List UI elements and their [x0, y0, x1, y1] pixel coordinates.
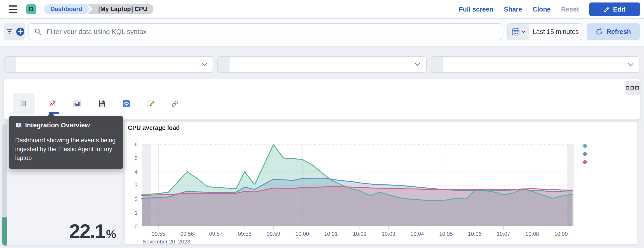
link-icon: [171, 100, 179, 107]
hamburger-menu-icon[interactable]: [8, 6, 18, 13]
svg-text:09:59: 09:59: [267, 231, 280, 237]
header-actions: Full screen Share Clone Reset Edit: [459, 0, 640, 19]
tab-integration-overview[interactable]: [13, 93, 34, 115]
svg-text:10:06: 10:06: [468, 231, 482, 237]
panel-options-button[interactable]: [624, 81, 640, 95]
boxes-horizontal-icon: [626, 86, 639, 90]
svg-text:November 20, 2023: November 20, 2023: [142, 238, 190, 244]
breadcrumb-current-label: [My Laptop] CPU: [98, 6, 147, 13]
filter-button-group: [4, 23, 25, 40]
control-select-agent-name[interactable]: [4, 56, 213, 73]
svg-text:09:58: 09:58: [238, 231, 252, 237]
kql-search-input[interactable]: Filter your data using KQL syntax: [28, 23, 502, 40]
breadcrumb-dashboard-link[interactable]: Dashboard: [44, 4, 86, 14]
tab-cpu[interactable]: [48, 93, 59, 115]
tab-tooltip: Integration Overview Dashboard showing t…: [9, 116, 124, 169]
metric-progress-bar: [2, 124, 7, 245]
svg-text:10:09: 10:09: [554, 231, 568, 237]
add-filter-button[interactable]: [15, 23, 25, 40]
cpu-load-area-chart[interactable]: 012345609:5509:5609:5709:5809:5910:0010:…: [125, 122, 637, 244]
floppy-icon: [98, 100, 106, 107]
kibana-dashboard-screen: D Dashboard [My Laptop] CPU Full screen …: [0, 0, 644, 248]
legend-dot: [583, 152, 587, 156]
bars-icon: [73, 100, 81, 107]
wireless-icon: [122, 100, 130, 107]
svg-text:1: 1: [135, 210, 138, 216]
edit-button[interactable]: Edit: [589, 3, 640, 16]
legend-item[interactable]: [583, 160, 590, 164]
control-select-integration-name[interactable]: [218, 56, 426, 73]
svg-text:0: 0: [135, 223, 138, 229]
svg-text:10:03: 10:03: [382, 231, 395, 237]
book-icon: [15, 122, 22, 128]
reset-link[interactable]: Reset: [561, 6, 579, 13]
full-screen-link[interactable]: Full screen: [459, 6, 494, 13]
time-range-value[interactable]: Last 15 minutes: [530, 24, 582, 40]
share-link[interactable]: Share: [504, 6, 522, 13]
svg-text:09:56: 09:56: [180, 231, 194, 237]
filter-funnel-icon[interactable]: [4, 23, 15, 40]
metric-value: 22.1 %: [69, 220, 116, 243]
legend-dot: [583, 160, 587, 164]
metric-progress-track: [2, 124, 7, 217]
chevron-down-icon: [522, 30, 526, 33]
search-icon: [34, 28, 42, 35]
refresh-icon: [596, 28, 603, 35]
tab-network[interactable]: [122, 93, 133, 115]
tooltip-title: Integration Overview: [25, 122, 90, 129]
refresh-label: Refresh: [606, 28, 631, 36]
calendar-dropdown-button[interactable]: [508, 24, 530, 40]
svg-text:5: 5: [135, 155, 138, 161]
legend-item[interactable]: [583, 144, 590, 148]
breadcrumb-root-label: Dashboard: [50, 6, 82, 13]
tab-documentation[interactable]: [171, 93, 182, 115]
legend-item[interactable]: [583, 152, 590, 156]
svg-text:2: 2: [135, 196, 138, 202]
kql-placeholder: Filter your data using KQL syntax: [46, 28, 146, 36]
svg-text:10:04: 10:04: [410, 231, 424, 237]
query-filter-bar: Filter your data using KQL syntax Last 1…: [0, 19, 644, 47]
dashboard-controls-row: [4, 56, 640, 73]
time-picker: Last 15 minutes: [507, 23, 582, 40]
metric-number: 22.1: [69, 220, 105, 243]
calendar-icon: [512, 27, 520, 36]
tooltip-divider: [15, 133, 117, 133]
pencil-icon: [604, 6, 610, 13]
svg-text:3: 3: [135, 182, 138, 188]
metric-unit: %: [106, 228, 116, 241]
control-label: [218, 57, 230, 72]
book-icon: [18, 100, 26, 107]
chevron-down-icon: [415, 63, 426, 66]
breadcrumb: Dashboard [My Laptop] CPU: [44, 4, 154, 14]
tooltip-body: Dashboard showing the events being inges…: [15, 136, 117, 162]
svg-text:09:55: 09:55: [152, 231, 165, 237]
breadcrumb-current-page[interactable]: [My Laptop] CPU: [88, 4, 153, 14]
clone-link[interactable]: Clone: [532, 6, 551, 13]
tab-disk[interactable]: [98, 93, 108, 115]
tab-memory[interactable]: [73, 93, 84, 115]
svg-text:09:57: 09:57: [209, 231, 222, 237]
chevron-down-icon: [628, 63, 640, 66]
dashboard-viewport: 22.1 % CPU average load 012345609:5509:5…: [0, 47, 644, 248]
svg-text:10:08: 10:08: [525, 231, 539, 237]
edit-button-label: Edit: [613, 6, 626, 13]
chart-legend: [583, 144, 590, 164]
cpu-average-load-panel: CPU average load 012345609:5509:5609:570…: [125, 122, 637, 244]
control-label: [4, 57, 16, 72]
svg-text:4: 4: [135, 169, 138, 175]
metric-progress-fill: [2, 217, 7, 245]
svg-text:10:01: 10:01: [324, 231, 338, 237]
navigation-markdown-panel: [4, 79, 640, 119]
svg-text:10:07: 10:07: [497, 231, 510, 237]
refresh-button[interactable]: Refresh: [587, 23, 640, 40]
memo-icon: [147, 100, 154, 107]
top-header-bar: D Dashboard [My Laptop] CPU Full screen …: [0, 0, 644, 19]
tooltip-title-row: Integration Overview: [15, 122, 117, 129]
svg-text:10:05: 10:05: [439, 231, 453, 237]
space-avatar[interactable]: D: [26, 4, 36, 14]
control-select-agent-version[interactable]: [431, 56, 640, 73]
dashboard-tabs: [13, 93, 182, 115]
tab-logs[interactable]: [147, 93, 157, 115]
chevron-down-icon: [202, 63, 213, 66]
svg-text:10:00: 10:00: [295, 231, 309, 237]
